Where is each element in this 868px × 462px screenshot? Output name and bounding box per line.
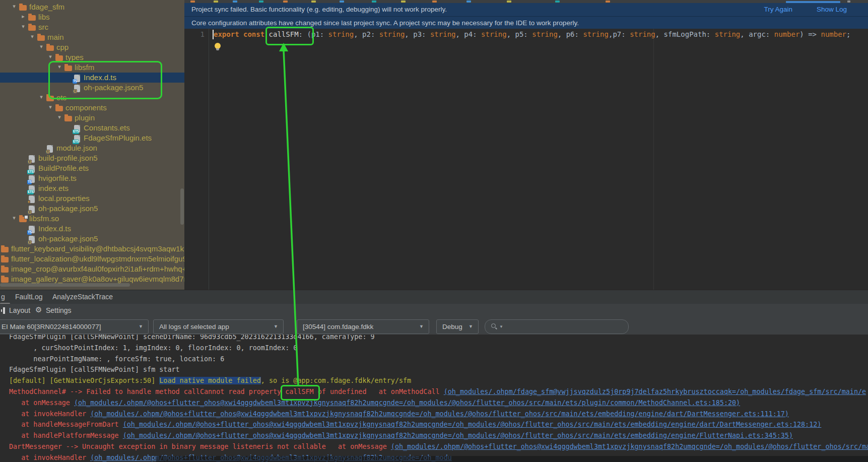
tree-item[interactable]: ETS index.ets	[0, 183, 184, 193]
line-number: 1	[184, 30, 205, 38]
log-line: [default] [GetNativeOrCjsExports:50] Loa…	[0, 375, 868, 386]
process-filter-dropdown[interactable]: [30544] com.fdage.fdkk ▼	[297, 319, 429, 334]
json-icon: {}	[28, 206, 36, 212]
tree-item[interactable]: flutter_keyboard_visibility@dhtbabcsj4sv…	[0, 244, 184, 254]
log-text-plain: nearPointImgName: , forceSfm: true, loca…	[9, 355, 224, 363]
folder-icon	[37, 34, 45, 41]
tree-item[interactable]: ▾ fdage_sfm	[0, 2, 184, 12]
tree-item[interactable]: {} build-profile.json5	[0, 153, 184, 163]
ets-icon: ETS	[28, 165, 36, 172]
tree-item[interactable]: ▾ libsfm	[0, 62, 184, 73]
tree-item[interactable]: ▾ ets	[0, 93, 184, 103]
log-search-input[interactable]	[506, 321, 624, 333]
chevron-down-icon[interactable]: ▾	[47, 104, 54, 110]
folder-shape	[28, 15, 36, 21]
stack-trace-link[interactable]: (oh_modules/.ohpm/@ohos+flutter_ohos@xwi…	[123, 432, 793, 439]
tree-item[interactable]: image_crop@avurbxf4aul0fopxirh2i1afi+rdm…	[0, 264, 184, 274]
chevron-down-icon[interactable]: ▾	[56, 63, 63, 70]
code-token-plain: p2:	[362, 30, 379, 38]
tab-faultlog[interactable]: FaultLog	[15, 293, 42, 301]
log-toolbar: Layout ⚙ Settings	[0, 304, 868, 317]
show-log-button[interactable]: Show Log	[817, 3, 847, 16]
log-scope-value: All logs of selected app	[154, 323, 229, 331]
tree-item[interactable]: ETS FdageSfmPlugin.ets	[0, 133, 184, 143]
layout-button[interactable]: Layout	[9, 306, 30, 314]
tree-item[interactable]: ▸ libs	[0, 12, 184, 22]
code-token-type: string	[583, 30, 609, 38]
tree-item[interactable]: {} oh-package.json5	[0, 234, 184, 244]
chevron-down-icon[interactable]: ▾	[29, 33, 36, 40]
symlink-badge	[24, 215, 28, 219]
tree-item[interactable]: {} module.json	[0, 143, 184, 153]
tree-item[interactable]: ▾ cpp	[0, 42, 184, 52]
code-editor[interactable]: 1 export const callSFM: (p1: string, p2:…	[184, 29, 868, 290]
log-console[interactable]: FdageSfmPlugin [callSFMNewPoint] sceneDi…	[0, 335, 868, 462]
document-shape: {}	[74, 85, 80, 92]
try-again-button[interactable]: Try Again	[764, 3, 792, 16]
tree-item-label: main	[47, 33, 64, 41]
log-text-error: at handleMessageFromDart	[9, 421, 123, 428]
document-shape: ETS	[29, 185, 35, 193]
tree-item[interactable]: ETS BuildProfile.ets	[0, 163, 184, 173]
tree-item[interactable]: ▾ src	[0, 22, 184, 32]
tree-item[interactable]: flutter_localization@ukdl9lfwpgstmdnxrm5…	[0, 254, 184, 264]
tree-item-selected[interactable]: TS Index.d.ts	[0, 73, 184, 83]
tree-item[interactable]: ▾ components	[0, 103, 184, 113]
tree-item[interactable]: ≡ local.properties	[0, 193, 184, 204]
stack-trace-link[interactable]: (oh_modules/.ohpm/fdage_sfm@vwjjsvqzdulz…	[444, 388, 866, 395]
log-search-box[interactable]: ▼	[485, 319, 629, 334]
log-text-error: callSFM	[285, 388, 313, 395]
chevron-down-icon[interactable]: ▾	[20, 23, 27, 30]
tree-item[interactable]: {} oh-package.json5	[0, 204, 184, 214]
code-token-plain: ,	[558, 30, 566, 38]
folder-link-icon	[19, 216, 27, 222]
folder-shape	[19, 5, 27, 11]
folder-icon	[55, 54, 63, 61]
log-level-value: Debug	[437, 323, 462, 331]
folder-shape	[28, 25, 36, 31]
tree-item[interactable]: TS hvigorfile.ts	[0, 173, 184, 183]
code-token-plain: p1:	[311, 30, 328, 38]
settings-button[interactable]: Settings	[46, 306, 72, 314]
tree-item[interactable]: ▾ main	[0, 32, 184, 42]
stack-trace-link[interactable]: (oh_modules/.ohpm/@ohos+flutter_ohos@xwi…	[123, 421, 822, 428]
horizontal-scrollbar-thumb[interactable]	[0, 283, 130, 287]
code-token-plain: ,	[507, 30, 515, 38]
chevron-right-icon[interactable]: ▸	[20, 13, 27, 20]
gutter-separator	[209, 29, 209, 290]
folder-icon	[46, 95, 54, 101]
tab-partial[interactable]: g	[1, 293, 5, 301]
ts-icon: TS	[28, 175, 36, 182]
tree-item[interactable]: ETS Constants.ets	[0, 123, 184, 133]
chevron-down-icon[interactable]: ▾	[56, 114, 63, 120]
tree-item[interactable]: ▾ libsfm.so	[0, 214, 184, 224]
stack-trace-link[interactable]: (oh_modules/.ohpm/@ohos+flutter_ohos@xwi…	[90, 410, 789, 418]
folder-shape	[55, 55, 63, 61]
chevron-down-icon[interactable]: ▾	[38, 43, 45, 50]
tree-item[interactable]: ▾ plugin	[0, 113, 184, 123]
ets-icon: ETS	[74, 135, 81, 142]
tree-item[interactable]: ▾ types	[0, 52, 184, 62]
tree-item[interactable]: {} oh-package.json5	[0, 83, 184, 93]
log-level-dropdown[interactable]: Debug ▼	[436, 319, 479, 334]
tab-analyzestacktrace[interactable]: AnalyzeStackTrace	[52, 293, 113, 301]
stack-trace-link[interactable]: (oh_modules/.ohpm/@ohos+flutter_ohos@xwi…	[391, 443, 868, 450]
chevron-down-icon[interactable]: ▾	[11, 3, 18, 10]
folder-icon	[1, 256, 9, 262]
chevron-down-icon[interactable]: ▾	[11, 215, 18, 221]
json-icon: {}	[28, 155, 36, 162]
device-filter-dropdown[interactable]: EI Mate 60[3RN0224814000077] ▼	[0, 319, 149, 334]
chevron-down-icon[interactable]: ▾	[38, 94, 45, 100]
tree-item-label: plugin	[75, 113, 95, 122]
log-text-plain: FdageSfmPlugin [callSFMNewPoint] sfm sta…	[9, 366, 180, 373]
chevron-down-icon[interactable]: ▾	[47, 53, 54, 60]
bottom-overlay	[156, 456, 868, 462]
tree-item[interactable]: image_gallery_saver@k0a8ov+giluqw6ievmql…	[0, 274, 184, 284]
gear-icon[interactable]: ⚙	[35, 305, 42, 314]
intention-bulb-icon[interactable]	[215, 43, 221, 49]
tree-item[interactable]: TS Index.d.ts	[0, 224, 184, 234]
vertical-scrollbar-thumb[interactable]	[180, 188, 184, 225]
log-scope-dropdown[interactable]: All logs of selected app ▼	[153, 319, 284, 334]
stack-trace-link[interactable]: (oh_modules/.ohpm/@ohos+flutter_ohos@xwi…	[74, 399, 740, 407]
tab-fragment-icon	[340, 1, 344, 3]
